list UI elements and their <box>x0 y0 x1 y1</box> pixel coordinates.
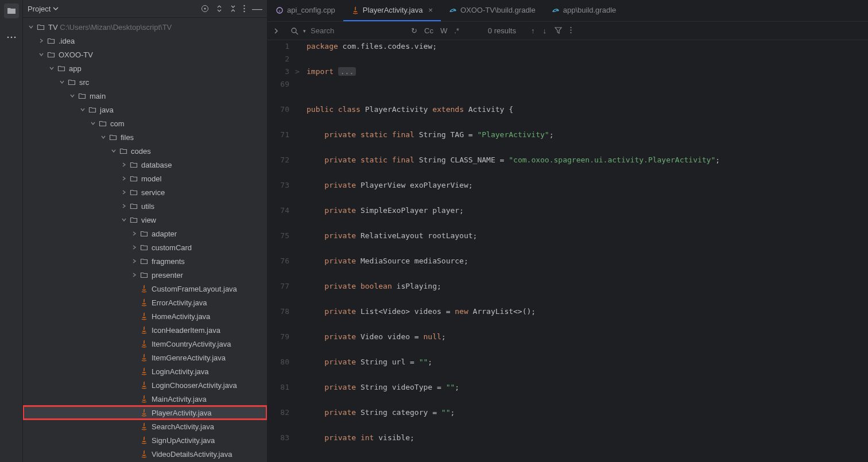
tree-file[interactable]: VideoDetailsActivity.java <box>23 447 267 461</box>
folder-icon <box>129 174 139 183</box>
filter-icon[interactable] <box>555 26 562 35</box>
search-opt-case[interactable]: Cc <box>424 26 433 35</box>
expand-arrow-icon[interactable] <box>130 272 139 278</box>
tree-folder[interactable]: codes <box>23 144 267 158</box>
tree-folder[interactable]: src <box>23 75 267 89</box>
expand-arrow-icon[interactable] <box>119 217 129 223</box>
tree-item-label: SignUpActivity.java <box>152 436 215 445</box>
tree-folder[interactable]: OXOO-TV <box>23 48 267 61</box>
expand-arrow-icon[interactable] <box>130 258 139 264</box>
expand-arrow-icon[interactable] <box>119 189 129 195</box>
tree-folder[interactable]: presenter <box>23 268 267 282</box>
search-collapse-icon[interactable] <box>273 28 285 34</box>
expand-arrow-icon[interactable] <box>130 244 139 250</box>
tree-folder[interactable]: adapter <box>23 227 267 240</box>
tree-folder[interactable]: service <box>23 185 267 199</box>
fold-column[interactable]: > <box>295 40 304 462</box>
more-icon[interactable] <box>243 5 245 13</box>
tree-file[interactable]: ErrorActivity.java <box>23 296 267 309</box>
code-content[interactable]: package com.files.codes.view;import ...p… <box>304 40 868 462</box>
tree-folder[interactable]: files <box>23 130 267 144</box>
editor-tab[interactable]: OXOO-TV\build.gradle <box>441 0 544 21</box>
expand-arrow-icon[interactable] <box>68 93 77 99</box>
expand-arrow-icon[interactable] <box>119 162 129 168</box>
tree-file[interactable]: IconHeaderItem.java <box>23 323 267 337</box>
editor-tab[interactable]: PlayerActivity.java× <box>343 0 441 21</box>
search-opt-regex-flags[interactable]: ↻ <box>411 26 417 35</box>
tree-file[interactable]: CustomFrameLayout.java <box>23 282 267 296</box>
tree-folder[interactable]: main <box>23 89 267 103</box>
java-file-icon <box>139 298 149 306</box>
hide-icon[interactable]: — <box>252 3 262 14</box>
tree-file[interactable]: PlayerActivity.java <box>23 406 267 420</box>
expand-arrow-icon[interactable] <box>47 65 56 71</box>
editor-tabs: capi_config.cppPlayerActivity.java×OXOO-… <box>268 0 868 22</box>
close-tab-icon[interactable]: × <box>428 6 433 14</box>
tree-item-label: .idea <box>59 37 75 45</box>
tree-file[interactable]: HomeActivity.java <box>23 309 267 323</box>
tree-file[interactable]: ItemCountryActivity.java <box>23 337 267 351</box>
tree-item-label: database <box>141 161 172 169</box>
panel-title-group[interactable]: Project <box>28 5 201 13</box>
tree-file[interactable]: SignUpActivity.java <box>23 433 267 447</box>
collapse-all-icon[interactable] <box>230 5 237 12</box>
tree-item-label: PlayerActivity.java <box>152 409 212 417</box>
tree-folder[interactable]: utils <box>23 199 267 213</box>
tree-item-label: IconHeaderItem.java <box>152 326 220 335</box>
folder-icon <box>87 106 98 114</box>
tree-item-label: utils <box>141 202 154 211</box>
expand-arrow-icon[interactable] <box>119 203 129 209</box>
expand-arrow-icon[interactable] <box>37 38 46 44</box>
svg-point-10 <box>292 28 296 33</box>
tree-file[interactable]: MainActivity.java <box>23 392 267 406</box>
search-opt-regex[interactable]: .* <box>454 26 459 35</box>
tree-folder[interactable]: com <box>23 117 267 130</box>
search-more-icon[interactable] <box>570 26 572 35</box>
tree-item-label: customCard <box>152 243 192 252</box>
search-prev-icon[interactable]: ↑ <box>531 26 535 35</box>
java-file-icon <box>139 409 149 417</box>
tree-root[interactable]: TV C:\Users\Mizan\Desktop\script\TV <box>23 20 267 34</box>
folder-icon <box>67 78 77 86</box>
tree-item-label: SearchActivity.java <box>152 422 214 431</box>
java-file-icon <box>139 326 149 334</box>
tree-folder[interactable]: fragments <box>23 254 267 268</box>
tree-folder[interactable]: java <box>23 103 267 117</box>
tree-folder[interactable]: .idea <box>23 34 267 48</box>
expand-arrow-icon[interactable] <box>109 148 118 154</box>
expand-arrow-icon[interactable] <box>119 176 129 181</box>
panel-actions: — <box>201 3 262 14</box>
search-next-icon[interactable]: ↓ <box>542 26 547 35</box>
folder-icon <box>139 243 149 251</box>
gradle-file-icon <box>449 6 457 14</box>
expand-arrow-icon[interactable] <box>88 121 98 126</box>
expand-arrow-icon[interactable] <box>78 107 87 112</box>
expand-all-icon[interactable] <box>216 5 223 12</box>
expand-arrow-icon[interactable] <box>37 52 46 57</box>
search-opt-words[interactable]: W <box>440 26 447 35</box>
editor-tab[interactable]: app\build.gradle <box>544 0 625 21</box>
project-tool-icon[interactable] <box>4 3 19 18</box>
tree-folder[interactable]: app <box>23 61 267 75</box>
tree-folder[interactable]: customCard <box>23 240 267 254</box>
java-file-icon <box>139 285 149 293</box>
tree-file[interactable]: SearchActivity.java <box>23 420 267 433</box>
code-area[interactable]: 123697071727374757677787980818283 > pack… <box>268 40 868 462</box>
tree-file[interactable]: ItemGenreActivity.java <box>23 351 267 364</box>
search-dropdown-icon[interactable]: ▾ <box>303 28 306 34</box>
tree-file[interactable]: LoginChooserActivity.java <box>23 378 267 392</box>
tree-folder[interactable]: model <box>23 172 267 185</box>
expand-arrow-icon[interactable] <box>99 134 108 140</box>
select-opened-icon[interactable] <box>201 5 209 13</box>
expand-arrow-icon[interactable] <box>57 79 67 85</box>
project-tree[interactable]: TV C:\Users\Mizan\Desktop\script\TV.idea… <box>23 18 267 462</box>
tree-file[interactable]: LoginActivity.java <box>23 364 267 378</box>
more-tool-icon[interactable] <box>4 30 19 45</box>
gradle-file-icon <box>552 6 560 14</box>
tree-folder[interactable]: view <box>23 213 267 227</box>
search-nav: ↑ ↓ <box>531 26 572 35</box>
expand-arrow-icon[interactable] <box>130 231 139 236</box>
editor-tab[interactable]: capi_config.cpp <box>268 0 343 21</box>
search-input[interactable] <box>311 26 379 35</box>
tree-folder[interactable]: database <box>23 158 267 172</box>
